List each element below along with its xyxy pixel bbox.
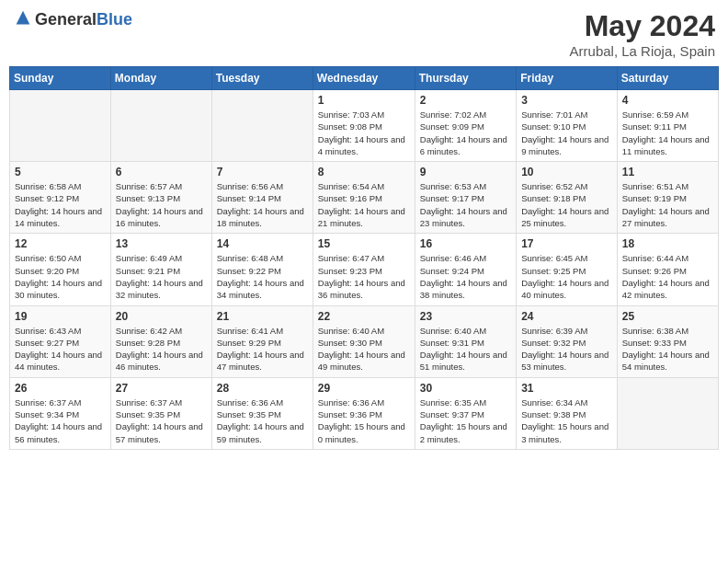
- svg-marker-0: [17, 11, 30, 25]
- day-info: Sunrise: 6:38 AMSunset: 9:33 PMDaylight:…: [622, 325, 713, 373]
- calendar-cell: 29Sunrise: 6:36 AMSunset: 9:36 PMDayligh…: [313, 377, 415, 449]
- day-info: Sunrise: 6:34 AMSunset: 9:38 PMDaylight:…: [521, 396, 612, 445]
- day-info: Sunrise: 6:36 AMSunset: 9:36 PMDaylight:…: [318, 396, 410, 445]
- day-info: Sunrise: 6:40 AMSunset: 9:31 PMDaylight:…: [420, 325, 511, 373]
- day-number: 11: [622, 166, 713, 178]
- day-number: 25: [622, 310, 713, 323]
- day-number: 10: [521, 166, 612, 178]
- calendar-cell: 15Sunrise: 6:47 AMSunset: 9:23 PMDayligh…: [313, 234, 415, 305]
- day-number: 19: [15, 310, 106, 323]
- day-number: 28: [217, 382, 308, 395]
- page-header: GeneralBlue May 2024 Arrubal, La Rioja, …: [9, 9, 719, 59]
- day-number: 23: [420, 310, 511, 323]
- day-number: 13: [116, 237, 207, 250]
- day-number: 6: [116, 166, 207, 178]
- calendar-week-row: 12Sunrise: 6:50 AMSunset: 9:20 PMDayligh…: [10, 234, 719, 305]
- day-number: 20: [116, 310, 207, 323]
- logo: GeneralBlue: [13, 9, 132, 29]
- location-title: Arrubal, La Rioja, Spain: [570, 43, 715, 59]
- calendar-cell: 19Sunrise: 6:43 AMSunset: 9:27 PMDayligh…: [10, 305, 111, 377]
- day-number: 5: [15, 166, 106, 178]
- calendar-cell: 16Sunrise: 6:46 AMSunset: 9:24 PMDayligh…: [415, 234, 516, 305]
- day-number: 3: [521, 94, 612, 107]
- day-info: Sunrise: 6:59 AMSunset: 9:11 PMDaylight:…: [622, 109, 713, 157]
- calendar-cell: 13Sunrise: 6:49 AMSunset: 9:21 PMDayligh…: [110, 234, 211, 305]
- title-area: May 2024 Arrubal, La Rioja, Spain: [570, 9, 715, 59]
- day-info: Sunrise: 6:40 AMSunset: 9:30 PMDaylight:…: [318, 325, 410, 373]
- calendar-week-row: 1Sunrise: 7:03 AMSunset: 9:08 PMDaylight…: [10, 90, 719, 162]
- day-info: Sunrise: 6:42 AMSunset: 9:28 PMDaylight:…: [116, 325, 207, 373]
- logo-text: GeneralBlue: [35, 10, 132, 29]
- day-number: 26: [15, 382, 106, 395]
- calendar-cell: [211, 90, 313, 162]
- weekday-header-row: SundayMondayTuesdayWednesdayThursdayFrid…: [10, 67, 719, 90]
- day-number: 2: [420, 94, 511, 107]
- day-number: 4: [622, 94, 713, 107]
- calendar-cell: 28Sunrise: 6:36 AMSunset: 9:35 PMDayligh…: [211, 377, 313, 449]
- day-number: 29: [318, 382, 410, 395]
- calendar-cell: 9Sunrise: 6:53 AMSunset: 9:17 PMDaylight…: [415, 162, 516, 234]
- day-info: Sunrise: 6:39 AMSunset: 9:32 PMDaylight:…: [521, 325, 612, 373]
- day-info: Sunrise: 7:02 AMSunset: 9:09 PMDaylight:…: [420, 109, 511, 157]
- day-info: Sunrise: 7:01 AMSunset: 9:10 PMDaylight:…: [521, 109, 612, 157]
- day-info: Sunrise: 6:46 AMSunset: 9:24 PMDaylight:…: [420, 252, 511, 301]
- weekday-header-thursday: Thursday: [415, 67, 516, 90]
- calendar-week-row: 26Sunrise: 6:37 AMSunset: 9:34 PMDayligh…: [10, 377, 719, 449]
- weekday-header-sunday: Sunday: [10, 67, 111, 90]
- day-number: 17: [521, 237, 612, 250]
- calendar-cell: 30Sunrise: 6:35 AMSunset: 9:37 PMDayligh…: [415, 377, 516, 449]
- day-info: Sunrise: 6:57 AMSunset: 9:13 PMDaylight:…: [116, 180, 207, 229]
- calendar-cell: 2Sunrise: 7:02 AMSunset: 9:09 PMDaylight…: [415, 90, 516, 162]
- calendar-week-row: 19Sunrise: 6:43 AMSunset: 9:27 PMDayligh…: [10, 305, 719, 377]
- day-number: 8: [318, 166, 410, 178]
- logo-icon: [13, 9, 33, 29]
- calendar-cell: 14Sunrise: 6:48 AMSunset: 9:22 PMDayligh…: [211, 234, 313, 305]
- day-number: 9: [420, 166, 511, 178]
- weekday-header-saturday: Saturday: [617, 67, 718, 90]
- day-info: Sunrise: 6:54 AMSunset: 9:16 PMDaylight:…: [318, 180, 410, 229]
- calendar-cell: 7Sunrise: 6:56 AMSunset: 9:14 PMDaylight…: [211, 162, 313, 234]
- calendar-cell: 23Sunrise: 6:40 AMSunset: 9:31 PMDayligh…: [415, 305, 516, 377]
- weekday-header-friday: Friday: [517, 67, 618, 90]
- calendar-table: SundayMondayTuesdayWednesdayThursdayFrid…: [9, 66, 719, 450]
- day-number: 31: [521, 382, 612, 395]
- calendar-cell: 1Sunrise: 7:03 AMSunset: 9:08 PMDaylight…: [313, 90, 415, 162]
- weekday-header-wednesday: Wednesday: [313, 67, 415, 90]
- day-info: Sunrise: 6:56 AMSunset: 9:14 PMDaylight:…: [217, 180, 308, 229]
- calendar-cell: [110, 90, 211, 162]
- calendar-week-row: 5Sunrise: 6:58 AMSunset: 9:12 PMDaylight…: [10, 162, 719, 234]
- day-info: Sunrise: 6:50 AMSunset: 9:20 PMDaylight:…: [15, 252, 106, 301]
- calendar-cell: 18Sunrise: 6:44 AMSunset: 9:26 PMDayligh…: [617, 234, 718, 305]
- day-number: 22: [318, 310, 410, 323]
- day-number: 24: [521, 310, 612, 323]
- calendar-cell: 27Sunrise: 6:37 AMSunset: 9:35 PMDayligh…: [110, 377, 211, 449]
- calendar-cell: 22Sunrise: 6:40 AMSunset: 9:30 PMDayligh…: [313, 305, 415, 377]
- day-info: Sunrise: 6:44 AMSunset: 9:26 PMDaylight:…: [622, 252, 713, 301]
- day-info: Sunrise: 6:47 AMSunset: 9:23 PMDaylight:…: [318, 252, 410, 301]
- day-info: Sunrise: 7:03 AMSunset: 9:08 PMDaylight:…: [318, 109, 410, 157]
- day-info: Sunrise: 6:58 AMSunset: 9:12 PMDaylight:…: [15, 180, 106, 229]
- calendar-cell: 11Sunrise: 6:51 AMSunset: 9:19 PMDayligh…: [617, 162, 718, 234]
- day-number: 18: [622, 237, 713, 250]
- weekday-header-monday: Monday: [110, 67, 211, 90]
- calendar-cell: 25Sunrise: 6:38 AMSunset: 9:33 PMDayligh…: [617, 305, 718, 377]
- calendar-cell: 8Sunrise: 6:54 AMSunset: 9:16 PMDaylight…: [313, 162, 415, 234]
- day-info: Sunrise: 6:48 AMSunset: 9:22 PMDaylight:…: [217, 252, 308, 301]
- calendar-cell: 5Sunrise: 6:58 AMSunset: 9:12 PMDaylight…: [10, 162, 111, 234]
- calendar-cell: [10, 90, 111, 162]
- calendar-cell: 4Sunrise: 6:59 AMSunset: 9:11 PMDaylight…: [617, 90, 718, 162]
- day-info: Sunrise: 6:43 AMSunset: 9:27 PMDaylight:…: [15, 325, 106, 373]
- day-number: 16: [420, 237, 511, 250]
- day-number: 1: [318, 94, 410, 107]
- day-info: Sunrise: 6:53 AMSunset: 9:17 PMDaylight:…: [420, 180, 511, 229]
- day-info: Sunrise: 6:37 AMSunset: 9:34 PMDaylight:…: [15, 396, 106, 445]
- calendar-cell: 24Sunrise: 6:39 AMSunset: 9:32 PMDayligh…: [517, 305, 618, 377]
- day-number: 27: [116, 382, 207, 395]
- calendar-cell: 3Sunrise: 7:01 AMSunset: 9:10 PMDaylight…: [517, 90, 618, 162]
- day-number: 12: [15, 237, 106, 250]
- weekday-header-tuesday: Tuesday: [211, 67, 313, 90]
- calendar-cell: 6Sunrise: 6:57 AMSunset: 9:13 PMDaylight…: [110, 162, 211, 234]
- calendar-cell: 31Sunrise: 6:34 AMSunset: 9:38 PMDayligh…: [517, 377, 618, 449]
- day-info: Sunrise: 6:37 AMSunset: 9:35 PMDaylight:…: [116, 396, 207, 445]
- day-number: 30: [420, 382, 511, 395]
